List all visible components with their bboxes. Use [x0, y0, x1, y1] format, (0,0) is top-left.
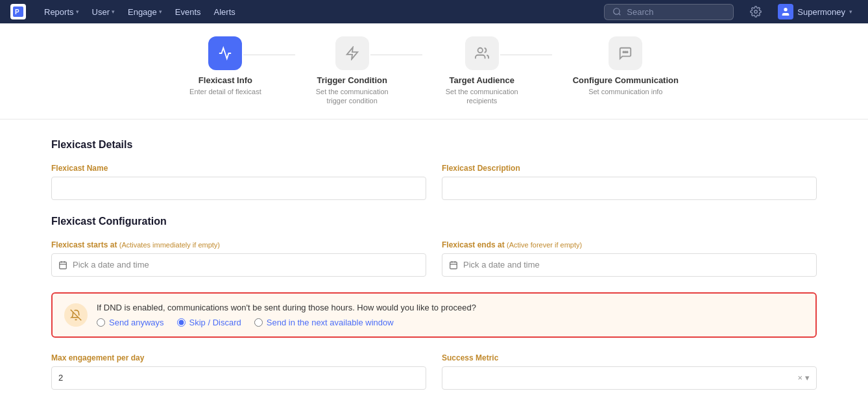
svg-point-4	[784, 8, 788, 11]
stepper: Flexicast Info Enter detail of flexicast…	[0, 23, 868, 120]
max-engagement-input[interactable]	[51, 366, 426, 390]
name-label: Flexicast Name	[51, 164, 426, 173]
ends-date-input[interactable]: Pick a date and time	[442, 253, 817, 277]
description-label: Flexicast Description	[442, 164, 817, 173]
app-logo[interactable]: P	[10, 4, 26, 19]
nav-events[interactable]: Events	[170, 5, 206, 19]
chevron-down-icon: ▾	[76, 8, 79, 15]
dnd-options: Send anyways Skip / Discard Send in the …	[97, 318, 476, 327]
dnd-icon-wrap	[64, 303, 88, 327]
dnd-option-send-anyways-label: Send anyways	[109, 318, 164, 327]
step-audience-icon	[465, 36, 499, 70]
dnd-option-next-window[interactable]: Send in the next available window	[254, 318, 394, 327]
max-engagement-group: Max engagement per day	[51, 353, 426, 390]
step-trigger-title: Trigger Condition	[317, 75, 387, 85]
config-row: Flexicast starts at (Activates immediate…	[51, 240, 817, 277]
search-icon	[612, 7, 621, 16]
dnd-radio-next-window[interactable]	[254, 318, 263, 327]
engagement-row: Max engagement per day Success Metric × …	[51, 353, 817, 390]
ends-label: Flexicast ends at (Active forever if emp…	[442, 240, 817, 249]
svg-marker-5	[346, 47, 357, 59]
name-input[interactable]	[51, 177, 426, 200]
dnd-option-skip-discard[interactable]: Skip / Discard	[177, 318, 241, 327]
starts-label: Flexicast starts at (Activates immediate…	[51, 240, 426, 249]
settings-icon[interactable]	[747, 3, 765, 21]
search-placeholder: Search	[627, 7, 653, 17]
success-metric-label: Success Metric	[442, 353, 817, 362]
details-row: Flexicast Name Flexicast Description	[51, 164, 817, 200]
section-config-title: Flexicast Configuration	[51, 216, 817, 227]
navbar: P Reports ▾ User ▾ Engage ▾ Events Alert…	[0, 0, 868, 23]
dnd-option-next-window-label: Send in the next available window	[267, 318, 394, 327]
user-name: Supermoney	[797, 7, 845, 17]
svg-point-8	[625, 51, 626, 53]
step-trigger-subtitle: Set the communication trigger condition	[313, 87, 391, 106]
nav-engage[interactable]: Engage ▾	[123, 5, 167, 19]
clear-icon: ×	[797, 373, 802, 383]
chevron-down-icon: ▾	[159, 8, 162, 15]
dnd-text-wrap: If DND is enabled, communications won't …	[97, 303, 476, 327]
step-target-audience[interactable]: Target Audience Set the communication re…	[443, 36, 521, 106]
dnd-radio-skip-discard[interactable]	[177, 318, 186, 327]
main-content: Flexicast Info Enter detail of flexicast…	[0, 23, 868, 404]
calendar-icon	[58, 260, 67, 270]
dnd-radio-send-anyways[interactable]	[97, 318, 105, 327]
step-comm-subtitle: Set communication info	[588, 87, 662, 96]
svg-point-3	[754, 10, 758, 14]
svg-point-6	[477, 48, 482, 53]
dnd-option-send-anyways[interactable]: Send anyways	[97, 318, 164, 327]
step-trigger-condition[interactable]: Trigger Condition Set the communication …	[313, 36, 391, 106]
chevron-down-icon: ▾	[805, 373, 810, 383]
step-audience-title: Target Audience	[450, 75, 514, 85]
ends-group: Flexicast ends at (Active forever if emp…	[442, 240, 817, 277]
svg-line-18	[71, 309, 82, 320]
nav-reports[interactable]: Reports ▾	[39, 5, 84, 19]
description-input[interactable]	[442, 177, 817, 200]
section-details-title: Flexicast Details	[51, 139, 817, 151]
svg-point-7	[623, 51, 625, 53]
step-trigger-icon	[335, 36, 369, 70]
search-bar[interactable]: Search	[604, 4, 734, 20]
avatar	[778, 4, 793, 19]
step-flexicast-info-subtitle: Enter detail of flexicast	[189, 87, 261, 96]
dnd-option-skip-discard-label: Skip / Discard	[189, 318, 241, 327]
dnd-message: If DND is enabled, communications won't …	[97, 303, 476, 312]
svg-point-2	[614, 8, 620, 14]
name-group: Flexicast Name	[51, 164, 426, 200]
step-comm-icon	[609, 36, 642, 70]
starts-group: Flexicast starts at (Activates immediate…	[51, 240, 426, 277]
svg-text:P: P	[15, 8, 19, 16]
step-flexicast-info-icon	[208, 36, 242, 70]
nav-alerts[interactable]: Alerts	[209, 5, 241, 19]
step-audience-subtitle: Set the communication recipients	[443, 87, 521, 106]
success-metric-select[interactable]: × ▾	[442, 366, 817, 390]
select-clear[interactable]: × ▾	[797, 373, 810, 383]
dnd-banner: If DND is enabled, communications won't …	[51, 292, 817, 338]
chevron-down-icon: ▾	[112, 8, 115, 15]
step-flexicast-info-title: Flexicast Info	[199, 75, 252, 85]
chevron-down-icon: ▾	[849, 8, 852, 15]
starts-date-input[interactable]: Pick a date and time	[51, 253, 426, 277]
step-comm-title: Configure Communication	[573, 75, 679, 85]
description-group: Flexicast Description	[442, 164, 817, 200]
svg-rect-10	[60, 262, 67, 269]
max-engagement-label: Max engagement per day	[51, 353, 426, 362]
svg-rect-14	[450, 262, 457, 269]
calendar-icon	[449, 260, 458, 270]
user-menu[interactable]: Supermoney ▾	[773, 2, 858, 21]
nav-user[interactable]: User ▾	[87, 5, 120, 19]
nav-items: Reports ▾ User ▾ Engage ▾ Events Alerts	[39, 5, 241, 19]
navbar-actions: Supermoney ▾	[747, 2, 858, 21]
dnd-bell-off-icon	[70, 309, 82, 321]
step-flexicast-info[interactable]: Flexicast Info Enter detail of flexicast	[189, 36, 261, 96]
step-configure-communication[interactable]: Configure Communication Set communicatio…	[573, 36, 679, 96]
success-metric-group: Success Metric × ▾	[442, 353, 817, 390]
form-container: Flexicast Details Flexicast Name Flexica…	[12, 120, 856, 404]
svg-point-9	[627, 51, 628, 53]
